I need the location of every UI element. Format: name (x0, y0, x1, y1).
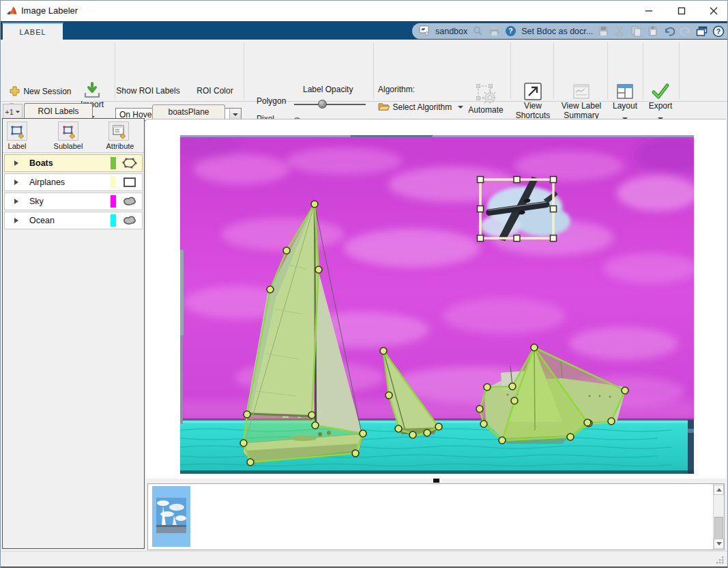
tab-roi-labels[interactable]: ROI Labels (24, 103, 93, 119)
add-label-caption: Label (3, 142, 31, 150)
view-shortcuts-button[interactable]: ViewShortcuts (512, 82, 553, 120)
thumbnail-selected[interactable] (152, 486, 190, 547)
redo-icon (680, 25, 691, 37)
windows-cascade-icon[interactable] (696, 25, 708, 37)
label-color-chip (111, 176, 116, 188)
label-name: Ocean (29, 216, 111, 225)
add-sublabel-icon (61, 124, 76, 139)
scroll-up-button[interactable] (714, 485, 724, 495)
rectangle-shape-icon (121, 176, 138, 188)
view-shortcuts-icon (523, 82, 542, 101)
select-algorithm-label: Select Algorithm (392, 102, 452, 112)
ribbon-tab-strip: LABEL sandbox ? Set Bdoc as docr... (1, 21, 727, 40)
export-label: Export (645, 101, 676, 111)
labeled-image[interactable] (180, 135, 694, 474)
show-roi-labels-label: Show ROI Labels (115, 86, 181, 96)
export-icon (651, 82, 670, 101)
automate-button[interactable]: Automate (467, 82, 505, 115)
label-row-ocean[interactable]: Ocean (4, 212, 143, 229)
add-attribute-icon (111, 124, 126, 139)
maximize-icon (678, 7, 686, 15)
title-bar: Image Labeler (1, 1, 727, 21)
label-name: Boats (29, 158, 111, 168)
filmstrip-scrollbar[interactable] (713, 484, 724, 550)
expand-arrow-icon[interactable] (14, 180, 18, 185)
favorites-icon[interactable] (419, 25, 431, 37)
quick-access-toolbar: sandbox ? Set Bdoc as docr... (412, 23, 727, 39)
scrollbar-thumb[interactable] (714, 517, 723, 540)
tab-label[interactable]: LABEL (2, 23, 63, 40)
view-label-summary-icon (572, 82, 591, 101)
tab-boatsplane[interactable]: boatsPlane (152, 104, 225, 119)
collapsed-tabs-label: +1 (5, 108, 14, 116)
algorithm-label: Algorithm: (378, 85, 415, 94)
add-attribute-caption: Attribute (100, 142, 141, 150)
maximize-button[interactable] (668, 1, 695, 21)
select-algorithm-folder-icon (378, 102, 390, 111)
workspace-name[interactable]: sandbox (435, 27, 467, 36)
paste-icon (647, 25, 658, 37)
matlab-logo-icon (6, 5, 18, 17)
help-badge-icon[interactable]: ? (505, 25, 516, 37)
scroll-down-button[interactable] (714, 539, 724, 549)
thumbnail-image (156, 498, 186, 533)
minimize-button[interactable] (635, 1, 663, 21)
label-row-boats[interactable]: Boats (4, 154, 143, 172)
resize-grip-icon[interactable] (715, 555, 725, 565)
collapsed-tabs-button[interactable]: +1 (3, 104, 23, 119)
label-row-airplanes[interactable]: Airplanes (4, 173, 143, 191)
add-attribute-button[interactable] (108, 122, 129, 141)
pixel-shape-icon (121, 195, 138, 208)
new-session-icon (9, 85, 20, 96)
image-labeler-window: Image Labeler LABEL sandbox (0, 0, 728, 568)
splitter-handle[interactable] (433, 479, 439, 483)
view-label-summary-label1: View Label (562, 101, 602, 111)
close-button[interactable] (700, 1, 727, 21)
label-color-chip (111, 214, 116, 227)
ribbon-divider (244, 42, 244, 99)
add-label-icon (10, 124, 25, 139)
print-icon[interactable] (489, 25, 500, 37)
select-algorithm-caret-icon (458, 106, 463, 109)
expand-arrow-icon[interactable] (14, 218, 18, 223)
triangle-up-icon (716, 488, 722, 492)
label-color-chip (111, 195, 116, 208)
cut-icon (614, 25, 626, 37)
polygon-opacity-label: Polygon (257, 96, 286, 106)
chevron-down-icon (16, 111, 20, 113)
new-session-button[interactable]: New Session (9, 85, 71, 97)
undo-icon[interactable] (663, 25, 675, 37)
layout-button[interactable]: Layout (609, 82, 641, 123)
add-sublabel-button[interactable] (58, 122, 78, 141)
doc-shortcut-label[interactable]: Set Bdoc as docr... (521, 27, 593, 36)
layout-label: Layout (609, 101, 641, 111)
label-color-chip (111, 157, 116, 169)
copy-icon (630, 25, 642, 37)
search-icon[interactable] (472, 25, 484, 37)
svg-text:?: ? (716, 27, 720, 36)
polygon-slider-thumb[interactable] (318, 100, 327, 109)
import-icon (83, 82, 101, 100)
label-name: Airplanes (29, 178, 111, 187)
triangle-down-icon (716, 542, 722, 545)
polygon-opacity-slider[interactable] (294, 104, 366, 105)
ribbon-divider (373, 42, 374, 99)
label-name: Sky (29, 197, 111, 206)
automate-icon (474, 82, 497, 105)
boatsplane-tab-label: boatsPlane (168, 107, 209, 117)
add-label-button[interactable] (7, 122, 27, 141)
select-algorithm-button[interactable]: Select Algorithm (378, 100, 463, 113)
roi-color-label: ROI Color (189, 86, 241, 96)
divider (3, 152, 144, 153)
expand-arrow-icon[interactable] (14, 199, 18, 204)
layout-icon (615, 82, 635, 101)
export-button[interactable]: Export (645, 82, 676, 123)
window-title: Image Labeler (21, 5, 78, 16)
expand-arrow-icon[interactable] (14, 160, 18, 166)
chevron-down-icon (233, 113, 238, 116)
svg-text:?: ? (509, 27, 513, 35)
label-row-sky[interactable]: Sky (4, 193, 143, 210)
help-icon[interactable]: ? (712, 25, 724, 37)
view-label-summary-button[interactable]: View LabelSummary (555, 82, 607, 120)
save-icon (598, 25, 609, 37)
